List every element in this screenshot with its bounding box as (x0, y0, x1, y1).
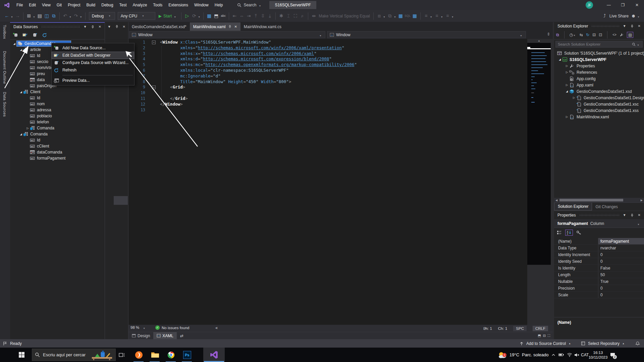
document-tab-mainwindow.xaml[interactable]: MainWindow.xaml✕ (190, 22, 240, 31)
property-row-identity-seed[interactable]: Identity Seed0 (554, 258, 644, 265)
align-lefts-icon[interactable]: ⇤ (231, 12, 238, 19)
menu-analyze[interactable]: Analyze (130, 3, 150, 7)
pin-icon[interactable] (630, 214, 634, 217)
align-centers-icon[interactable]: ⇔ (238, 12, 245, 19)
select-repository-button[interactable]: Select Repository (588, 341, 620, 346)
context-menu-item-preview-data[interactable]: Preview Data... (52, 77, 134, 84)
horizontal-scrollbar[interactable]: ◀ ▶ (554, 198, 644, 202)
window-position-chevron-icon[interactable]: ▼ (623, 24, 626, 28)
pin-icon[interactable] (115, 25, 119, 28)
undo-icon[interactable]: ↶ (62, 12, 69, 19)
close-icon[interactable]: ✕ (638, 214, 641, 217)
property-row-name[interactable]: (Name)formaPagament (554, 238, 644, 245)
context-menu-item-configure-data-source-with-wizard[interactable]: Configure Data Source with Wizard... (52, 59, 134, 66)
pin-icon[interactable] (228, 25, 232, 28)
spaces-indicator[interactable]: SPC (513, 326, 527, 331)
maximize-button[interactable]: ❐ (616, 0, 630, 10)
sync-with-active-document-icon[interactable]: ⇆ (580, 33, 583, 37)
element-dropdown-right[interactable]: <> Window ▼ (327, 31, 526, 38)
hscroll-left-icon[interactable]: ◀ (215, 326, 217, 329)
window-position-chevron-icon[interactable]: ▼ (108, 25, 111, 28)
table-designer-icon[interactable]: ▦ (397, 12, 404, 19)
menu-test[interactable]: Test (116, 3, 130, 7)
minimize-button[interactable]: — (602, 0, 616, 10)
se-tree-item-properties[interactable]: ▷Properties (554, 63, 644, 69)
property-value[interactable]: 0 (598, 285, 644, 291)
navigate-forward-icon[interactable]: → (14, 12, 21, 19)
se-tree-item-gestiocomandesdataset1.xsc[interactable]: GestioComandesDataSet1.xsc (554, 101, 644, 107)
issues-indicator[interactable]: ✓ No issues found (155, 325, 189, 330)
tray-chevron-icon[interactable] (551, 348, 555, 362)
scrollbar-thumb[interactable] (559, 199, 623, 201)
minimap-viewport-handle[interactable] (527, 47, 530, 49)
property-row-nullable[interactable]: NullableTrue (554, 278, 644, 285)
battery-icon[interactable] (558, 348, 564, 362)
ds-tree-item-nom[interactable]: ablnom (10, 101, 105, 107)
search-menu[interactable]: Search ▼ (237, 3, 262, 7)
se-tree-item-app.xaml[interactable]: ▷App.xaml (554, 82, 644, 88)
se-tree-item-mainwindow.xaml[interactable]: ▷MainWindow.xaml (554, 114, 644, 120)
align-rights-icon[interactable]: ⇥ (245, 12, 252, 19)
share-icon[interactable]: ⤴ (601, 12, 608, 19)
property-value[interactable]: 0 (598, 251, 644, 258)
save-all-icon[interactable]: ⧉ (50, 12, 57, 19)
se-tree-item-gestiocomandesdataset1.xsd[interactable]: ◢GestioComandesDataSet1.xsd (554, 88, 644, 95)
new-project-icon[interactable]: ⊞ (25, 12, 33, 19)
add-collaborator-icon[interactable]: ☻ (630, 12, 637, 19)
document-outline-icon[interactable]: ⬒ (213, 12, 220, 19)
menu-help[interactable]: Help (212, 3, 226, 7)
menu-git[interactable]: Git (54, 3, 65, 7)
start-debugging-button[interactable]: ▶Start▼ (159, 14, 177, 18)
scroll-up-icon[interactable]: ▲ (527, 39, 551, 43)
element-dropdown-left[interactable]: <> Window ▼ (129, 31, 325, 38)
expander-closed-icon[interactable]: ▷ (572, 96, 576, 99)
send-to-back-icon[interactable]: ⧉ (386, 12, 393, 19)
configure-data-source-button[interactable] (32, 33, 38, 38)
menu-edit[interactable]: Edit (26, 3, 39, 7)
menu-tools[interactable]: Tools (150, 3, 165, 7)
ds-tree-item-comanda[interactable]: ▷Comanda (10, 125, 105, 131)
ds-tree-item-comanda[interactable]: ◢Comanda (10, 131, 105, 137)
layout-dock-icon[interactable]: ≡ (433, 12, 440, 19)
save-icon[interactable]: ◫ (43, 12, 50, 19)
document-tab-gestiocomandesdataset.xsd*[interactable]: GestioComandesDataSet.xsd* (128, 22, 190, 31)
start-without-debugging-icon[interactable]: ▷ (183, 12, 191, 19)
switch-views-icon[interactable]: ⧉ (556, 33, 559, 37)
tab-solution-explorer[interactable]: Solution Explorer (554, 203, 592, 210)
pending-changes-filter-icon[interactable]: ◷▼ (570, 33, 577, 37)
scrollbar-thumb[interactable] (114, 196, 128, 205)
clock[interactable]: 16:13 10/11/2023 (588, 348, 608, 362)
minimap-viewport-indicator[interactable] (527, 48, 551, 49)
same-width-icon[interactable]: ⌶ (285, 12, 292, 19)
sidebar-tab-document-outline[interactable]: Document Outline (3, 51, 7, 84)
tab-xaml[interactable]: XAML (153, 332, 177, 340)
add-new-data-source-button[interactable] (13, 33, 18, 38)
expander-open-icon[interactable]: ◢ (19, 133, 23, 136)
bring-to-front-icon[interactable]: ⧈ (376, 12, 383, 19)
expander-open-icon[interactable]: ◢ (19, 90, 23, 94)
ds-tree-item-id[interactable]: ablId (10, 95, 105, 101)
close-icon[interactable]: ✕ (99, 25, 101, 28)
preview-selected-items-icon[interactable]: ▤ (627, 32, 633, 38)
pin-icon[interactable] (91, 25, 95, 29)
redo-icon[interactable]: ↷ (72, 12, 79, 19)
scroll-left-icon[interactable]: ◀ (555, 199, 557, 202)
menu-extensions[interactable]: Extensions (165, 3, 191, 7)
se-tree-item-app.config[interactable]: App.config (554, 75, 644, 82)
wifi-icon[interactable] (567, 348, 572, 362)
close-icon[interactable]: ✕ (123, 25, 125, 28)
property-row-data-type[interactable]: Data Typenvarchar (554, 245, 644, 251)
close-button[interactable]: ✕ (630, 0, 644, 10)
ds-tree-item-poblacio[interactable]: ablpoblacio (10, 113, 105, 119)
align-middles-icon[interactable]: ⇳ (259, 12, 266, 19)
chrome-icon[interactable] (165, 348, 177, 362)
property-value[interactable]: 0 (598, 258, 644, 264)
refresh-button[interactable] (42, 33, 47, 38)
menu-window[interactable]: Window (191, 3, 212, 7)
editor-minimap-scrollbar[interactable]: ▲ (527, 39, 551, 325)
data-sources-icon[interactable]: ▦ (206, 12, 213, 19)
background-tasks-flag-icon[interactable] (3, 341, 7, 346)
task-view-button[interactable] (116, 348, 127, 362)
view-code-icon[interactable]: <> (612, 33, 616, 37)
expander-closed-icon[interactable]: ▷ (565, 83, 569, 86)
